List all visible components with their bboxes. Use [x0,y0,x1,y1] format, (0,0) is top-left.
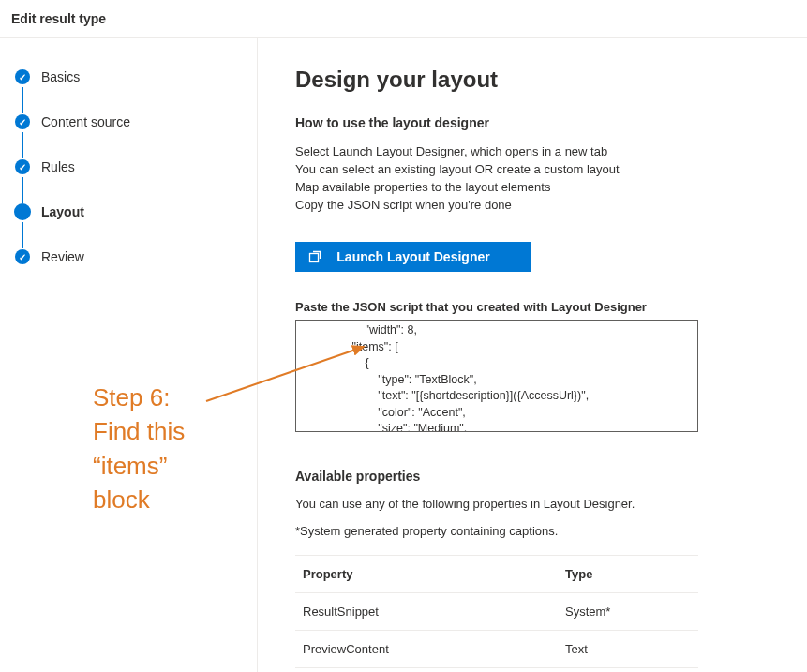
property-type-cell: System* [565,605,691,619]
instructions-block: Select Launch Layout Designer, which ope… [295,143,770,214]
main-content: Design your layout How to use the layout… [258,38,807,672]
active-step-dot-icon [14,203,31,220]
step-label: Review [41,249,84,264]
howto-heading: How to use the layout designer [295,115,770,130]
launch-layout-designer-button[interactable]: Launch Layout Designer [295,242,531,272]
properties-table: Property Type ResultSnippet System* Prev… [295,555,698,668]
step-content-source[interactable]: Content source [15,112,257,132]
launch-button-label: Launch Layout Designer [336,249,489,264]
step-layout[interactable]: Layout [15,202,257,222]
svg-rect-0 [310,254,319,262]
open-new-tab-icon [308,250,321,266]
page-title: Design your layout [295,67,770,93]
page-header: Edit result type [0,0,807,38]
page-body: Basics Content source Rules Layout Revie… [0,38,807,672]
instruction-line: Map available properties to the layout e… [295,179,770,197]
check-icon [15,114,30,129]
instruction-line: You can select an existing layout OR cre… [295,161,770,179]
annotation-callout: Step 6: Find this “items” block [93,381,185,517]
step-label: Rules [41,159,75,174]
page-header-title: Edit result type [11,11,792,26]
check-icon [15,249,30,264]
instruction-line: Copy the JSON script when you're done [295,197,770,215]
column-header-type: Type [565,567,691,581]
step-review[interactable]: Review [15,246,257,267]
step-connector [22,177,23,203]
wizard-stepper: Basics Content source Rules Layout Revie… [0,38,258,672]
annotation-line: “items” [93,449,185,483]
table-row: ResultSnippet System* [295,593,698,631]
instruction-line: Select Launch Layout Designer, which ope… [295,143,770,161]
step-rules[interactable]: Rules [15,157,257,177]
annotation-line: block [93,483,185,516]
json-script-textarea[interactable] [295,320,698,432]
check-icon [15,69,30,84]
column-header-property: Property [303,567,565,581]
step-basics[interactable]: Basics [15,67,257,87]
step-connector [22,87,23,113]
paste-json-label: Paste the JSON script that you created w… [295,300,770,314]
step-label: Layout [41,204,84,219]
annotation-line: Step 6: [93,381,185,414]
available-properties-note: *System generated property containing ca… [295,524,770,538]
annotation-line: Find this [93,414,185,448]
step-label: Content source [41,114,130,129]
property-name-cell: ResultSnippet [303,605,565,619]
property-name-cell: PreviewContent [303,642,565,656]
available-properties-description: You can use any of the following propert… [295,497,770,511]
table-row: PreviewContent Text [295,631,698,668]
table-header-row: Property Type [295,556,698,593]
step-connector [22,222,23,248]
available-properties-heading: Available properties [295,469,770,484]
check-icon [15,159,30,174]
step-connector [22,132,23,158]
step-label: Basics [41,69,80,84]
property-type-cell: Text [565,642,691,656]
